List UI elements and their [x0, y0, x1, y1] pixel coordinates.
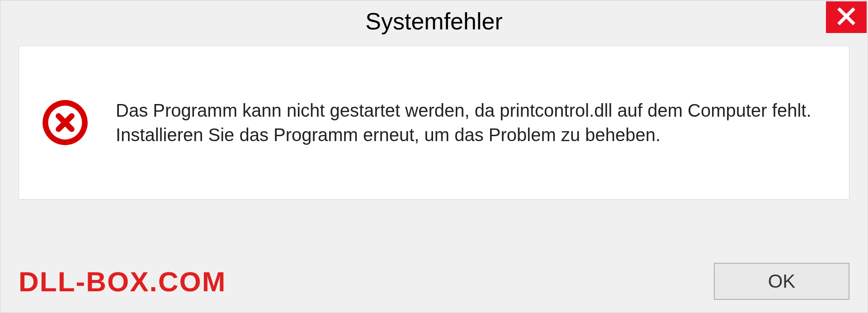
close-button[interactable] [826, 1, 867, 33]
close-icon [836, 6, 856, 28]
watermark-text: DLL-BOX.COM [19, 266, 226, 298]
ok-button-label: OK [768, 270, 796, 292]
dialog-message: Das Programm kann nicht gestartet werden… [116, 98, 826, 147]
dialog-title: Systemfehler [365, 8, 502, 35]
error-icon [42, 99, 89, 146]
error-dialog: Systemfehler Das Programm kann nicht ges… [0, 0, 868, 313]
dialog-content: Das Programm kann nicht gestartet werden… [19, 46, 849, 199]
ok-button[interactable]: OK [714, 263, 849, 300]
title-bar: Systemfehler [0, 0, 868, 42]
dialog-footer: DLL-BOX.COM OK [19, 263, 849, 300]
